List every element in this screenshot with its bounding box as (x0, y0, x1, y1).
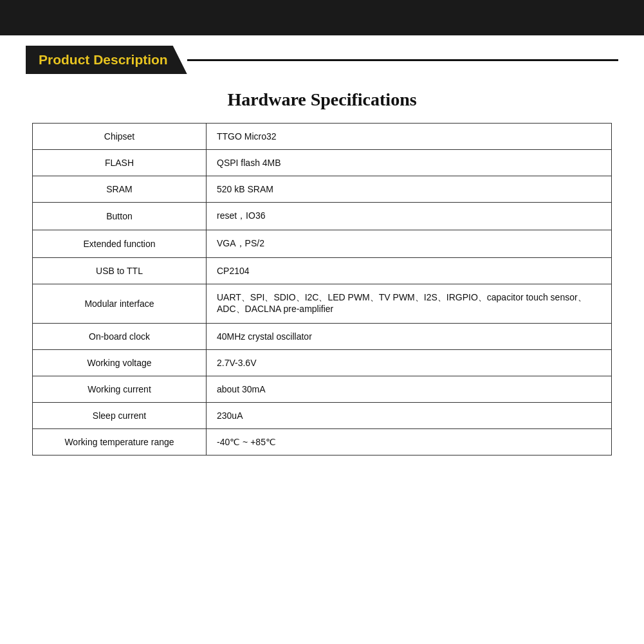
table-row: Working currentabout 30mA (33, 376, 612, 403)
spec-label: Modular interface (33, 284, 207, 324)
table-row: FLASHQSPI flash 4MB (33, 150, 612, 176)
spec-value: -40℃ ~ +85℃ (207, 429, 612, 455)
spec-label: On-board clock (33, 324, 207, 350)
spec-value: CP2104 (207, 258, 612, 284)
table-row: Buttonreset，IO36 (33, 203, 612, 230)
spec-label: Button (33, 203, 207, 230)
table-row: Extended functionVGA，PS/2 (33, 230, 612, 258)
product-description-banner-row: Product Description (26, 46, 618, 74)
spec-label: Sleep current (33, 403, 207, 429)
table-row: Modular interfaceUART、SPI、SDIO、I2C、LED P… (33, 284, 612, 324)
table-row: Working temperature range-40℃ ~ +85℃ (33, 429, 612, 455)
table-row: ChipsetTTGO Micro32 (33, 124, 612, 150)
table-row: Working voltage2.7V-3.6V (33, 350, 612, 376)
spec-value: UART、SPI、SDIO、I2C、LED PWM、TV PWM、I2S、IRG… (207, 284, 612, 324)
table-row: On-board clock40MHz crystal oscillator (33, 324, 612, 350)
spec-label: Working voltage (33, 350, 207, 376)
product-description-banner: Product Description (26, 46, 187, 74)
spec-value: reset，IO36 (207, 203, 612, 230)
banner-label: Product Description (39, 52, 168, 68)
spec-label: Extended function (33, 230, 207, 258)
spec-label: FLASH (33, 150, 207, 176)
spec-value: 520 kB SRAM (207, 176, 612, 203)
spec-value: about 30mA (207, 376, 612, 403)
top-strip (0, 0, 644, 35)
spec-value: TTGO Micro32 (207, 124, 612, 150)
spec-value: 2.7V-3.6V (207, 350, 612, 376)
page-title: Hardware Specifications (32, 89, 612, 110)
spec-label: Chipset (33, 124, 207, 150)
spec-value: 230uA (207, 403, 612, 429)
specs-table: ChipsetTTGO Micro32FLASHQSPI flash 4MBSR… (32, 123, 612, 455)
spec-value: VGA，PS/2 (207, 230, 612, 258)
table-row: USB to TTLCP2104 (33, 258, 612, 284)
main-content: Hardware Specifications ChipsetTTGO Micr… (0, 89, 644, 455)
table-row: Sleep current230uA (33, 403, 612, 429)
spec-value: QSPI flash 4MB (207, 150, 612, 176)
spec-label: Working current (33, 376, 207, 403)
spec-label: SRAM (33, 176, 207, 203)
table-row: SRAM520 kB SRAM (33, 176, 612, 203)
banner-right-line (187, 59, 618, 61)
spec-label: USB to TTL (33, 258, 207, 284)
spec-label: Working temperature range (33, 429, 207, 455)
spec-value: 40MHz crystal oscillator (207, 324, 612, 350)
